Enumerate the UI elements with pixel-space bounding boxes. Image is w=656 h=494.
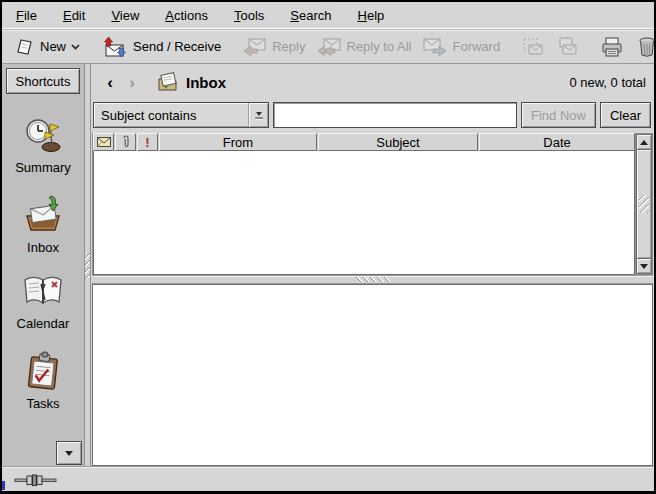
- search-criteria-value: Subject contains: [94, 108, 248, 123]
- attachment-icon: [122, 135, 130, 149]
- trash-icon: [636, 36, 656, 58]
- sidebar-item-tasks[interactable]: Tasks: [2, 340, 84, 420]
- delete-button[interactable]: [630, 32, 656, 62]
- send-receive-label: Send / Receive: [133, 39, 221, 54]
- tasks-icon: [22, 350, 64, 390]
- scrollbar-thumb-grip: [639, 195, 649, 213]
- main-area: Shortcuts: [2, 64, 654, 467]
- message-list-body[interactable]: [93, 151, 635, 275]
- clear-label: Clear: [610, 108, 641, 123]
- print-button[interactable]: [594, 32, 630, 62]
- sidebar-scroll-down-button[interactable]: [56, 441, 82, 465]
- forward-icon: [423, 37, 447, 57]
- column-header-priority[interactable]: !: [137, 133, 158, 151]
- column-header-date-label: Date: [543, 135, 570, 150]
- find-now-label: Find Now: [531, 108, 586, 123]
- splitter-grip: [85, 253, 90, 279]
- menu-help[interactable]: Help: [358, 8, 385, 23]
- search-input[interactable]: [273, 102, 517, 128]
- back-button[interactable]: ‹: [99, 72, 121, 94]
- search-bar: Subject contains Find Now Clear: [91, 101, 654, 133]
- sidebar-splitter[interactable]: [84, 64, 91, 467]
- print-icon: [600, 36, 624, 58]
- column-header-attachment[interactable]: [115, 133, 136, 151]
- column-header-status[interactable]: [93, 133, 114, 151]
- clear-button[interactable]: Clear: [600, 102, 651, 128]
- sidebar-item-calendar[interactable]: Calendar: [2, 264, 84, 340]
- statusbar: [2, 467, 654, 491]
- menu-actions[interactable]: Actions: [165, 8, 208, 23]
- menubar: File Edit View Actions Tools Search Help: [2, 2, 654, 29]
- column-header-subject-label: Subject: [376, 135, 419, 150]
- shortcuts-group-button[interactable]: Shortcuts: [6, 68, 80, 94]
- sidebar-item-tasks-label: Tasks: [26, 396, 59, 411]
- scroll-down-button[interactable]: [636, 258, 652, 274]
- new-button-label: New: [40, 39, 66, 54]
- arrow-up-icon: [640, 140, 648, 145]
- message-list-column-headers: ! From Subject Date: [93, 133, 635, 151]
- reply-to-all-label: Reply to All: [346, 39, 411, 54]
- column-header-from-label: From: [223, 135, 253, 150]
- new-message-icon: [16, 37, 35, 57]
- forward-nav-button[interactable]: ›: [121, 72, 143, 94]
- message-list-scrollbar[interactable]: [635, 133, 653, 275]
- reply-icon: [243, 37, 267, 57]
- activity-indicator: [2, 481, 5, 490]
- message-table: ! From Subject Date: [92, 133, 635, 275]
- menu-tools[interactable]: Tools: [234, 8, 264, 23]
- move-to-folder-icon: [522, 37, 544, 57]
- folder-message-count: 0 new, 0 total: [569, 75, 646, 90]
- copy-to-folder-button[interactable]: [550, 33, 584, 61]
- copy-to-folder-icon: [556, 37, 578, 57]
- menu-edit[interactable]: Edit: [63, 8, 85, 23]
- shortcut-list: Summary Inbox: [2, 106, 84, 420]
- folder-header: ‹ › Inbox 0 new, 0 total: [91, 64, 654, 101]
- calendar-icon: [21, 274, 65, 310]
- offline-plug-icon[interactable]: [14, 473, 64, 487]
- forward-label: Forward: [452, 39, 500, 54]
- send-receive-icon: [102, 36, 128, 58]
- menu-search[interactable]: Search: [290, 8, 331, 23]
- menu-file[interactable]: File: [16, 8, 37, 23]
- preview-pane[interactable]: [92, 284, 653, 466]
- message-status-icon: [97, 137, 111, 147]
- sidebar-item-calendar-label: Calendar: [17, 316, 70, 331]
- chevron-down-icon: [65, 451, 73, 456]
- chevron-down-icon: [71, 44, 80, 50]
- preview-splitter[interactable]: [92, 275, 653, 284]
- scrollbar-thumb[interactable]: [636, 150, 652, 258]
- forward-button[interactable]: Forward: [417, 33, 506, 61]
- folder-title: Inbox: [186, 74, 226, 91]
- reply-to-all-button[interactable]: Reply to All: [311, 33, 417, 61]
- chevron-right-icon: ›: [129, 74, 135, 91]
- menu-view[interactable]: View: [111, 8, 139, 23]
- summary-icon: [23, 116, 63, 154]
- search-criteria-dropdown[interactable]: Subject contains: [93, 102, 269, 128]
- mail-content: ‹ › Inbox 0 new, 0 total: [91, 64, 654, 467]
- reply-all-icon: [317, 37, 341, 57]
- column-header-from[interactable]: From: [159, 133, 317, 151]
- move-to-folder-button[interactable]: [516, 33, 550, 61]
- priority-icon: !: [145, 135, 149, 150]
- chevron-left-icon: ‹: [107, 74, 113, 91]
- message-list: ! From Subject Date: [91, 133, 654, 275]
- reply-button[interactable]: Reply: [237, 33, 311, 61]
- sidebar-item-inbox[interactable]: Inbox: [2, 184, 84, 264]
- new-button[interactable]: New: [10, 33, 86, 61]
- shortcuts-group-label: Shortcuts: [16, 74, 71, 89]
- folder-icon: [157, 72, 180, 93]
- sidebar-item-summary-label: Summary: [15, 160, 71, 175]
- column-header-subject[interactable]: Subject: [318, 133, 478, 151]
- reply-label: Reply: [272, 39, 305, 54]
- find-now-button[interactable]: Find Now: [521, 102, 596, 128]
- inbox-icon: [21, 194, 65, 234]
- arrow-down-icon: [640, 264, 648, 269]
- dropdown-indicator-icon: [248, 103, 268, 127]
- shortcuts-sidebar: Shortcuts: [2, 64, 84, 467]
- send-receive-button[interactable]: Send / Receive: [96, 32, 227, 62]
- sidebar-item-inbox-label: Inbox: [27, 240, 59, 255]
- column-header-date[interactable]: Date: [479, 133, 635, 151]
- sidebar-item-summary[interactable]: Summary: [2, 106, 84, 184]
- scroll-up-button[interactable]: [636, 134, 652, 150]
- toolbar: New Send / Receive: [2, 29, 654, 64]
